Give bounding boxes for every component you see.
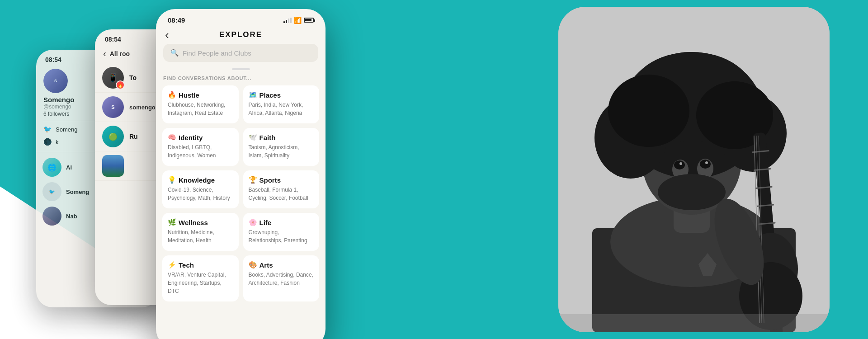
- category-tags: Clubhouse, Networking, Instagram, Real E…: [168, 101, 233, 117]
- category-card-sports[interactable]: 🏆 Sports Baseball, Formula 1, Cycling, S…: [243, 170, 320, 208]
- category-name: 🧠 Identity: [168, 133, 233, 141]
- category-name: ⚡ Tech: [168, 261, 233, 269]
- svg-point-10: [608, 75, 689, 147]
- front-phone-time: 08:49: [168, 16, 185, 24]
- svg-point-18: [679, 162, 682, 165]
- svg-point-19: [705, 161, 708, 164]
- profile-avatar: S: [43, 69, 68, 93]
- category-card-life[interactable]: 🌸 Life Grownuping, Relationships, Parent…: [243, 213, 320, 251]
- section-label: FIND CONVERSATIONS ABOUT...: [156, 75, 326, 85]
- search-placeholder-text: Find People and Clubs: [183, 49, 251, 57]
- mid-phone-time: 08:54: [105, 36, 121, 43]
- category-tags: Covid-19, Science, Psychology, Math, His…: [168, 186, 233, 202]
- svg-rect-32: [558, 314, 830, 332]
- svg-point-17: [700, 160, 711, 169]
- category-name: 🏆 Sports: [249, 176, 314, 184]
- front-phone-status-bar: 08:49 📶: [156, 9, 326, 27]
- faith-emoji: 🕊️: [249, 133, 257, 141]
- arts-emoji: 🎨: [249, 261, 257, 269]
- sports-emoji: 🏆: [249, 176, 257, 184]
- category-tags: Disabled, LGBTQ, Indigenous, Women: [168, 143, 233, 160]
- category-card-identity[interactable]: 🧠 Identity Disabled, LGBTQ, Indigenous, …: [162, 128, 239, 166]
- categories-grid: 🔥 Hustle Clubhouse, Networking, Instagra…: [156, 85, 326, 301]
- category-tags: Taoism, Agnosticism, Islam, Spirituality: [249, 143, 314, 160]
- category-name: 🗺️ Places: [249, 91, 314, 99]
- category-tags: Nutrition, Medicine, Meditation, Health: [168, 228, 233, 245]
- svg-point-15: [658, 174, 726, 210]
- search-bar[interactable]: 🔍 Find People and Clubs: [163, 44, 318, 62]
- category-card-knowledge[interactable]: 💡 Knowledge Covid-19, Science, Psycholog…: [162, 170, 239, 208]
- category-name: 🌿 Wellness: [168, 218, 233, 226]
- category-card-hustle[interactable]: 🔥 Hustle Clubhouse, Networking, Instagra…: [162, 85, 239, 123]
- category-name: 🕊️ Faith: [249, 133, 314, 141]
- life-emoji: 🌸: [249, 218, 257, 226]
- category-tags: Baseball, Formula 1, Cycling, Soccer, Fo…: [249, 186, 314, 202]
- hustle-emoji: 🔥: [168, 91, 176, 99]
- category-card-faith[interactable]: 🕊️ Faith Taoism, Agnosticism, Islam, Spi…: [243, 128, 320, 166]
- category-name: 🎨 Arts: [249, 261, 314, 269]
- back-arrow-icon[interactable]: ‹: [103, 48, 106, 59]
- category-card-places[interactable]: 🗺️ Places Paris, India, New York, Africa…: [243, 85, 320, 123]
- category-card-tech[interactable]: ⚡ Tech VR/AR, Venture Capital, Engineeri…: [162, 255, 239, 301]
- svg-point-16: [674, 160, 685, 170]
- explore-header: ‹ EXPLORE: [156, 27, 326, 44]
- explore-back-button[interactable]: ‹: [165, 28, 169, 42]
- category-name: 💡 Knowledge: [168, 176, 233, 184]
- category-card-wellness[interactable]: 🌿 Wellness Nutrition, Medicine, Meditati…: [162, 213, 239, 251]
- category-tags: Paris, India, New York, Africa, Atlanta,…: [249, 101, 314, 117]
- category-tags: Books, Advertising, Dance, Architecture,…: [249, 271, 314, 287]
- phones-container: 08:54 📶 S Somengo @somengo 6 followers 🐦…: [36, 9, 362, 339]
- places-emoji: 🗺️: [249, 91, 257, 99]
- back-phone-time: 08:54: [45, 56, 61, 63]
- category-card-arts[interactable]: 🎨 Arts Books, Advertising, Dance, Archit…: [243, 255, 320, 301]
- person-photo-container: [558, 7, 830, 332]
- category-tags: VR/AR, Venture Capital, Engineering, Sta…: [168, 271, 233, 295]
- tech-emoji: ⚡: [168, 261, 176, 269]
- scroll-indicator: [232, 68, 250, 70]
- phone-front: 08:49 📶 ‹ EXPLORE 🔍 Find People and Club…: [156, 9, 326, 339]
- wellness-emoji: 🌿: [168, 218, 176, 226]
- knowledge-emoji: 💡: [168, 176, 176, 184]
- category-tags: Grownuping, Relationships, Parenting: [249, 228, 314, 245]
- category-name: 🌸 Life: [249, 218, 314, 226]
- explore-title: EXPLORE: [219, 30, 262, 39]
- identity-emoji: 🧠: [168, 133, 176, 141]
- category-name: 🔥 Hustle: [168, 91, 233, 99]
- search-icon: 🔍: [170, 49, 179, 57]
